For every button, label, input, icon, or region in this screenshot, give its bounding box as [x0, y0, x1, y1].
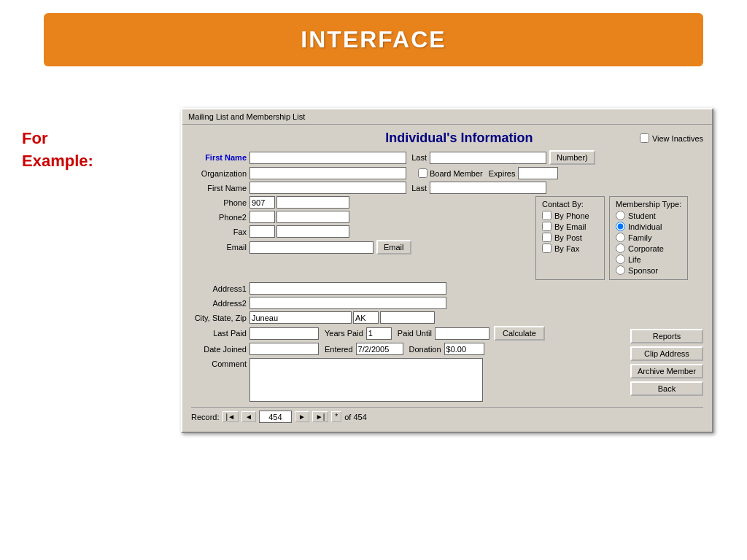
membership-individual-radio[interactable] — [616, 222, 625, 231]
entered-input[interactable] — [356, 343, 403, 355]
organization-input[interactable] — [249, 167, 406, 179]
nav-next-button[interactable]: ► — [295, 411, 309, 422]
expires-input[interactable] — [518, 167, 558, 179]
nav-new-button[interactable]: * — [331, 411, 341, 422]
membership-family-row: Family — [616, 233, 681, 242]
membership-corporate-radio[interactable] — [616, 244, 625, 253]
header-banner: INTERFACE — [44, 13, 703, 66]
number-button[interactable]: Number) — [549, 150, 595, 165]
last-paid-row: Last Paid Years Paid Paid Until Calculat… — [191, 326, 624, 341]
membership-life-radio[interactable] — [616, 254, 625, 264]
nav-prev-button[interactable]: ◄ — [241, 411, 256, 422]
fax-number-input[interactable] — [276, 225, 349, 238]
right-buttons-panel: Reports Clip Address Archive Member Back — [630, 329, 703, 396]
donation-input[interactable] — [444, 343, 484, 355]
last-label: Last — [406, 153, 430, 162]
contact-by-fax-checkbox[interactable] — [542, 244, 551, 253]
date-joined-input[interactable] — [249, 343, 319, 355]
membership-individual-row: Individual — [616, 222, 681, 231]
record-label: Record: — [191, 413, 220, 421]
membership-student-radio[interactable] — [616, 211, 625, 220]
contact-by-email-checkbox[interactable] — [542, 222, 551, 231]
view-inactives-label: View Inactives — [652, 134, 703, 143]
contact-by-box: Contact By: By Phone By Email By Post — [535, 196, 605, 280]
contact-by-email-label: By Email — [554, 222, 586, 231]
paid-until-input[interactable] — [435, 327, 489, 340]
first-name2-label: First Name — [191, 184, 249, 192]
nav-first-button[interactable]: |◄ — [222, 411, 239, 422]
organization-row: Organization Board Member Expires — [191, 167, 703, 179]
clip-address-button[interactable]: Clip Address — [630, 346, 703, 361]
membership-corporate-label: Corporate — [628, 244, 664, 253]
years-paid-label: Years Paid — [325, 329, 363, 338]
date-joined-label: Date Joined — [191, 345, 249, 354]
email-input[interactable] — [249, 241, 374, 254]
date-joined-row: Date Joined Entered Donation — [191, 343, 624, 355]
address2-input[interactable] — [249, 297, 446, 309]
contact-by-phone-label: By Phone — [554, 211, 589, 220]
fax-row: Fax — [191, 225, 530, 238]
address2-label: Address2 — [191, 299, 249, 308]
membership-type-title: Membership Type: — [616, 200, 681, 209]
record-total: of 454 — [344, 413, 367, 421]
comment-row: Comment — [191, 358, 624, 402]
donation-label: Donation — [409, 345, 441, 354]
phone-area-input[interactable] — [249, 196, 275, 209]
phone-number-input[interactable] — [276, 196, 349, 209]
last-name2-input[interactable] — [430, 182, 546, 194]
first-name2-input[interactable] — [249, 182, 406, 194]
view-inactives-checkbox[interactable] — [640, 133, 649, 143]
archive-member-button[interactable]: Archive Member — [630, 364, 703, 378]
phone2-number-input[interactable] — [276, 211, 349, 223]
for-example-label: For Example: — [22, 128, 93, 173]
membership-student-row: Student — [616, 211, 681, 220]
reports-button[interactable]: Reports — [630, 329, 703, 343]
window-titlebar: Mailing List and Membership List — [182, 109, 712, 125]
record-current-input[interactable] — [259, 411, 292, 423]
membership-corporate-row: Corporate — [616, 244, 681, 253]
back-button[interactable]: Back — [630, 381, 703, 396]
contact-by-post-checkbox[interactable] — [542, 233, 551, 242]
comment-label: Comment — [191, 358, 249, 368]
last-paid-label: Last Paid — [191, 329, 249, 338]
nav-last-button[interactable]: ►| — [312, 411, 329, 422]
membership-sponsor-label: Sponsor — [628, 266, 658, 275]
membership-type-box: Membership Type: Student Individual Fami… — [609, 196, 688, 280]
phone-row: Phone — [191, 196, 530, 209]
fax-area-input[interactable] — [249, 225, 275, 238]
contact-by-post-label: By Post — [554, 233, 582, 242]
first-name-row: First Name Last Number) — [191, 150, 703, 165]
zip-input[interactable] — [380, 311, 435, 324]
board-member-label: Board Member — [430, 169, 483, 178]
email-button[interactable]: Email — [376, 240, 411, 254]
contact-by-title: Contact By: — [542, 200, 598, 209]
record-nav: Record: |◄ ◄ ► ►| * of 454 — [191, 407, 703, 423]
contact-by-fax-row: By Fax — [542, 244, 598, 253]
state-input[interactable] — [353, 311, 379, 324]
address1-input[interactable] — [249, 282, 446, 295]
phone2-label: Phone2 — [191, 213, 249, 222]
contact-name-row: First Name Last — [191, 182, 703, 194]
membership-sponsor-radio[interactable] — [616, 265, 625, 275]
last-paid-input[interactable] — [249, 327, 319, 340]
city-row: City, State, Zip — [191, 311, 703, 324]
city-input[interactable] — [249, 311, 352, 324]
membership-family-radio[interactable] — [616, 233, 625, 242]
phone2-row: Phone2 — [191, 211, 530, 223]
phone2-area-input[interactable] — [249, 211, 275, 223]
first-name-input[interactable] — [249, 152, 406, 164]
calculate-button[interactable]: Calculate — [494, 326, 545, 341]
board-member-checkbox[interactable] — [418, 168, 427, 178]
form-title: Individual's Information — [279, 131, 640, 146]
email-row: Email Email — [191, 240, 530, 254]
contact-by-email-row: By Email — [542, 222, 598, 231]
email-label: Email — [191, 243, 249, 252]
contact-by-phone-checkbox[interactable] — [542, 211, 551, 220]
last-name-input[interactable] — [430, 152, 546, 164]
years-paid-input[interactable] — [366, 327, 392, 340]
membership-life-label: Life — [628, 255, 641, 264]
address1-label: Address1 — [191, 284, 249, 293]
contact-by-post-row: By Post — [542, 233, 598, 242]
view-inactives-area: View Inactives — [640, 133, 703, 143]
comment-textarea[interactable] — [249, 358, 483, 402]
